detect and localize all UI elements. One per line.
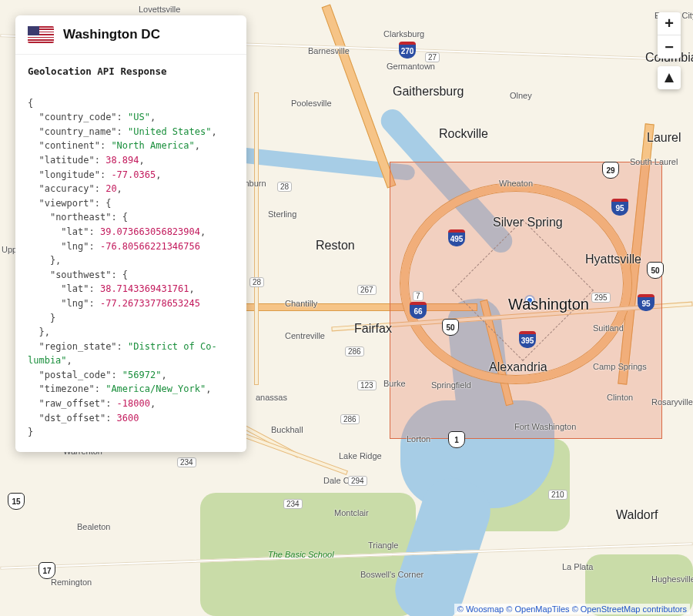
map-label: Reston bbox=[316, 239, 355, 253]
map-label: Rockville bbox=[439, 127, 488, 141]
map-label: 234 bbox=[177, 457, 196, 467]
us-route-shield-icon: 29 bbox=[602, 162, 619, 179]
road-i495 bbox=[400, 183, 631, 383]
panel-title: Washington DC bbox=[63, 27, 160, 42]
us-route-shield-icon: 15 bbox=[8, 493, 25, 510]
us-route-shield-icon: 50 bbox=[647, 262, 664, 279]
map-label: 27 bbox=[425, 52, 440, 62]
map-label: Gaithersburg bbox=[393, 85, 464, 99]
map-label: Remington bbox=[51, 578, 92, 587]
panel-subhead: Geolocation API Response bbox=[15, 55, 246, 79]
compass-button[interactable] bbox=[658, 66, 681, 89]
map-label: anassas bbox=[256, 393, 287, 402]
attribution-maptiles[interactable]: © OpenMapTiles bbox=[506, 604, 569, 614]
map-label: 286 bbox=[345, 346, 364, 357]
map-label: Centreville bbox=[285, 331, 325, 340]
road-rt28 bbox=[254, 92, 259, 385]
zoom-in-button[interactable]: + bbox=[658, 12, 681, 35]
map-label: Dale City bbox=[323, 476, 358, 485]
map-label: 286 bbox=[340, 414, 360, 424]
attribution-woosmap[interactable]: © Woosmap bbox=[457, 604, 504, 614]
map-label: Clinton bbox=[607, 393, 633, 402]
map-label: Lake Ridge bbox=[339, 451, 382, 460]
map-label: Germantown bbox=[387, 62, 435, 71]
map-label: Waldorf bbox=[616, 508, 658, 522]
map-label: 28 bbox=[277, 182, 292, 192]
compass-control bbox=[658, 66, 681, 89]
map-label: Lovettsville bbox=[139, 5, 180, 14]
interstate-shield-icon: 95 bbox=[611, 199, 628, 216]
map-attribution: © Woosmap © OpenMapTiles © OpenStreetMap… bbox=[454, 604, 690, 614]
map-label: 267 bbox=[357, 285, 377, 295]
zoom-out-button[interactable]: − bbox=[658, 35, 681, 59]
map-label: Buckhall bbox=[271, 425, 303, 434]
info-panel: Washington DC Geolocation API Response {… bbox=[15, 15, 246, 452]
map-label: Olney bbox=[510, 91, 532, 100]
api-response-json: { "country_code": "US", "country_name": … bbox=[15, 79, 246, 452]
zoom-control: + − bbox=[658, 12, 681, 59]
map-label: Clarksburg bbox=[383, 29, 424, 38]
map-label: 294 bbox=[348, 476, 367, 486]
map-label: South Laurel bbox=[630, 157, 678, 166]
north-arrow-icon bbox=[665, 73, 674, 82]
map-label: Burke bbox=[383, 379, 406, 388]
panel-header: Washington DC bbox=[15, 15, 246, 55]
map-label: Rosaryville bbox=[651, 397, 693, 407]
map-label: Sterling bbox=[268, 209, 296, 219]
flag-us-icon bbox=[28, 26, 54, 43]
map-label: 123 bbox=[357, 380, 377, 390]
attribution-osm[interactable]: © OpenStreetMap contributors bbox=[572, 604, 687, 614]
map-label: Bealeton bbox=[77, 522, 110, 531]
map-label: Poolesville bbox=[291, 99, 332, 108]
